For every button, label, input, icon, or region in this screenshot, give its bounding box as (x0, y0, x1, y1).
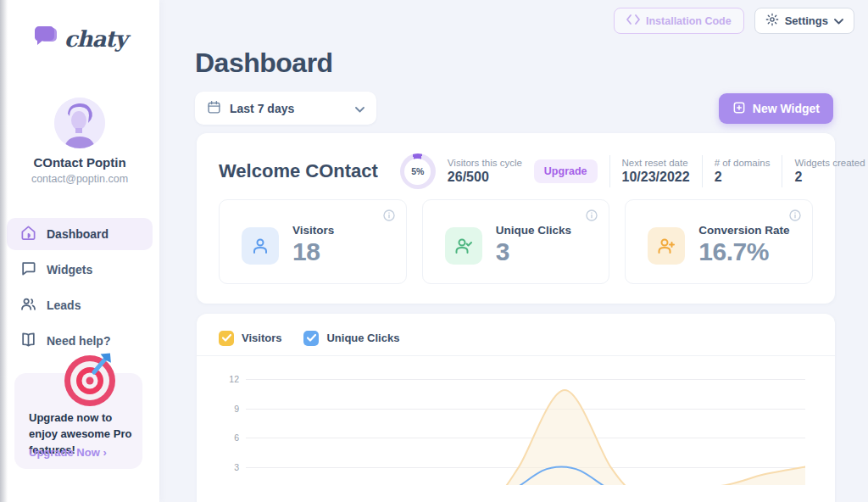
chat-bubble-icon (33, 25, 58, 53)
installation-code-button[interactable]: Installation Code (614, 8, 744, 34)
domains-metric: # of domains 2 (715, 158, 771, 185)
book-icon (20, 332, 36, 350)
upgrade-promo-card: Upgrade now to enjoy awesome Pro feature… (14, 373, 142, 469)
chat-icon (20, 260, 36, 279)
stat-label: Visitors (292, 224, 406, 237)
sidebar-item-widgets[interactable]: Widgets (7, 254, 153, 286)
profile-email: contact@poptin.com (0, 173, 159, 185)
stat-label: Conversion Rate (698, 224, 812, 237)
usage-progress-value: 5% (404, 159, 431, 185)
main-content: Installation Code Settings Dashboard Las… (159, 0, 868, 502)
unique-clicks-stat-card: Unique Clicks 3 (422, 199, 610, 284)
y-axis-tick-label: 12 (217, 374, 239, 384)
profile-name: COntact Poptin (0, 155, 159, 170)
legend-label: Unique Clicks (326, 332, 399, 344)
stat-value: 16.7% (698, 237, 812, 266)
info-icon[interactable] (788, 209, 802, 226)
checkbox-checked-icon (303, 331, 319, 346)
chart-series-svg (246, 373, 805, 485)
chart-plot: 12963 (197, 356, 835, 485)
info-icon[interactable] (382, 209, 396, 226)
sidebar-item-leads[interactable]: Leads (7, 289, 153, 321)
new-widget-button[interactable]: New Widget (719, 93, 833, 124)
settings-button[interactable]: Settings (754, 8, 854, 34)
visitors-cycle-metric: Visitors this cycle 26/500 (448, 158, 522, 185)
conversion-rate-stat-card: Conversion Rate 16.7% (625, 199, 813, 284)
widgets-created-metric: Widgets created 2 (794, 158, 865, 185)
app-logo[interactable]: chaty (0, 25, 159, 53)
user-icon (242, 227, 279, 265)
chevron-down-icon (355, 102, 364, 115)
welcome-card: Welcome COntact 5% Visitors this cycle 2… (197, 133, 835, 304)
chart-legend: Visitors Unique Clicks (197, 314, 835, 349)
visitors-stat-card: Visitors 18 (219, 199, 407, 284)
stat-value: 3 (496, 237, 609, 266)
date-range-value: Last 7 days (230, 102, 294, 115)
date-range-select[interactable]: Last 7 days (195, 92, 376, 125)
dartboard-icon (61, 349, 125, 410)
avatar (54, 98, 105, 148)
next-reset-metric: Next reset date 10/23/2022 (622, 158, 690, 185)
topbar: Installation Code Settings (614, 8, 854, 34)
sidebar-item-label: Dashboard (47, 227, 108, 241)
y-axis-tick-label: 9 (217, 404, 239, 414)
stat-value: 18 (292, 237, 406, 266)
upgrade-now-link[interactable]: Upgrade Now › (29, 446, 107, 459)
sidebar-item-label: Widgets (47, 263, 92, 276)
calendar-icon (207, 100, 221, 117)
gear-icon (765, 13, 779, 29)
chevron-down-icon (834, 14, 843, 27)
divider (609, 155, 610, 187)
info-icon[interactable] (585, 209, 598, 226)
app-name: chaty (64, 26, 127, 52)
legend-unique-clicks-toggle[interactable]: Unique Clicks (303, 331, 399, 346)
divider (782, 155, 782, 187)
sidebar: chaty COntact Poptin contact@poptin.com … (0, 0, 159, 502)
chevron-right-icon: › (103, 446, 106, 459)
user-plus-icon (648, 227, 685, 265)
y-axis-tick-label: 3 (217, 462, 239, 472)
plus-square-icon (732, 101, 746, 117)
usage-progress-ring: 5% (400, 153, 436, 189)
legend-visitors-toggle[interactable]: Visitors (219, 331, 281, 346)
chart-card: Visitors Unique Clicks 12963 (197, 314, 835, 502)
legend-label: Visitors (242, 332, 281, 344)
upgrade-badge[interactable]: Upgrade (534, 159, 598, 183)
welcome-title: Welcome COntact (219, 160, 378, 182)
sidebar-item-label: Leads (47, 298, 81, 312)
sidebar-item-label: Need help? (47, 334, 110, 348)
code-icon (626, 14, 640, 27)
checkbox-checked-icon (219, 331, 234, 346)
stat-label: Unique Clicks (496, 224, 609, 237)
users-icon (20, 296, 36, 315)
y-axis-tick-label: 6 (217, 432, 239, 443)
divider (702, 155, 703, 187)
user-check-icon (445, 227, 482, 265)
sidebar-nav: Dashboard Widgets Leads (7, 218, 153, 357)
sidebar-item-dashboard[interactable]: Dashboard (7, 218, 153, 250)
page-title: Dashboard (195, 47, 333, 79)
home-icon (20, 225, 36, 243)
stat-cards-row: Visitors 18 Unique Clicks 3 (219, 199, 813, 284)
